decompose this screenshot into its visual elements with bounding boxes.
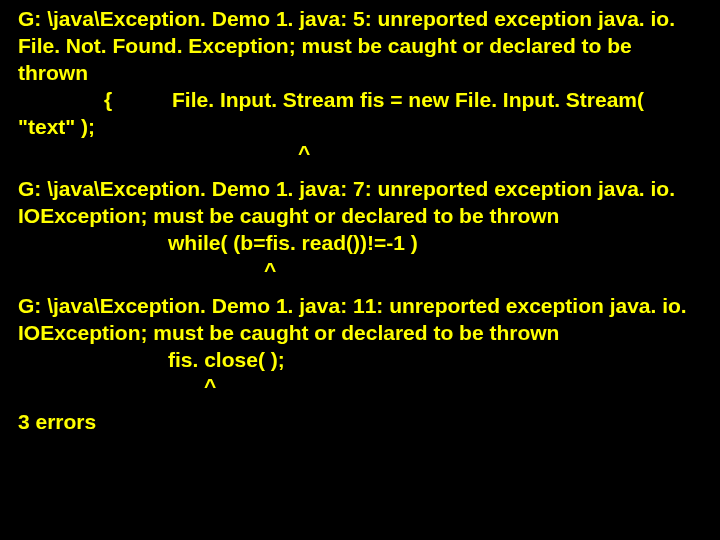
caret-pointer: ^: [18, 257, 706, 284]
caret-pointer: ^: [18, 373, 706, 400]
error-summary: 3 errors: [18, 409, 706, 436]
error-message: G: \java\Exception. Demo 1. java: 5: unr…: [18, 6, 706, 87]
compiler-error-2: G: \java\Exception. Demo 1. java: 7: unr…: [18, 176, 706, 284]
code-statement: File. Input. Stream fis = new File. Inpu…: [118, 87, 644, 114]
compiler-error-1: G: \java\Exception. Demo 1. java: 5: unr…: [18, 6, 706, 167]
compiler-error-3: G: \java\Exception. Demo 1. java: 11: un…: [18, 293, 706, 401]
brace: {: [18, 87, 112, 114]
code-continuation: "text" );: [18, 114, 706, 141]
error-code-snippet: { File. Input. Stream fis = new File. In…: [18, 87, 706, 114]
code-statement: fis. close( );: [18, 347, 706, 374]
error-message: G: \java\Exception. Demo 1. java: 11: un…: [18, 293, 706, 347]
error-message: G: \java\Exception. Demo 1. java: 7: unr…: [18, 176, 706, 230]
code-statement: while( (b=fis. read())!=-1 ): [18, 230, 706, 257]
caret-pointer: ^: [18, 140, 706, 167]
